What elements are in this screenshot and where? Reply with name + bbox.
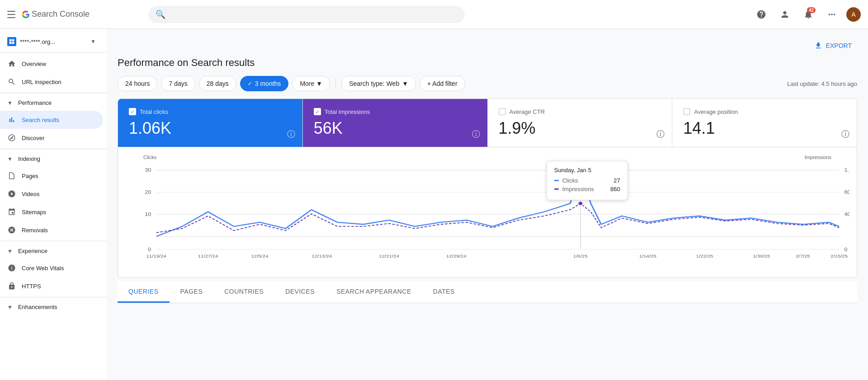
tab-queries[interactable]: QUERIES <box>118 281 170 303</box>
property-dropdown-icon: ▼ <box>90 38 96 45</box>
sidebar-item-overview[interactable]: Overview <box>0 55 103 73</box>
svg-text:1/6/25: 1/6/25 <box>573 254 588 258</box>
svg-text:2/15/25: 2/15/25 <box>830 254 848 258</box>
accounts-button[interactable] <box>776 5 794 23</box>
svg-rect-0 <box>9 39 12 42</box>
sidebar-item-label: Pages <box>22 173 38 179</box>
svg-text:800: 800 <box>844 190 849 195</box>
tab-devices[interactable]: DEVICES <box>274 281 326 303</box>
filter-divider <box>335 78 336 89</box>
filter-24h[interactable]: 24 hours <box>118 76 157 91</box>
search-type-button[interactable]: Search type: Web ▼ <box>341 76 416 91</box>
sidebar-item-discover[interactable]: Discover <box>0 129 103 147</box>
sidebar-item-label: Core Web Vitals <box>22 265 64 272</box>
metric-help-impressions[interactable]: ⓘ <box>472 129 480 140</box>
sidebar-item-label: Discover <box>22 135 45 141</box>
sidebar-section-label: Enhancements <box>18 304 57 310</box>
metric-help-position[interactable]: ⓘ <box>841 129 849 140</box>
add-filter-label: + Add filter <box>427 80 458 87</box>
export-button[interactable]: EXPORT <box>809 38 857 53</box>
sidebar-section-indexing[interactable]: ▼ Indexing <box>0 151 107 167</box>
svg-text:1/22/25: 1/22/25 <box>696 254 713 258</box>
metric-card-impressions[interactable]: ✓ Total impressions 56K ⓘ <box>303 99 488 147</box>
chart-container: Clicks Impressions 30 20 10 0 1.2K 800 4… <box>118 147 857 278</box>
metric-value-ctr: 1.9% <box>499 119 661 138</box>
add-filter-button[interactable]: + Add filter <box>420 76 465 91</box>
metric-checkbox-ctr <box>499 108 506 115</box>
sidebar-section-performance[interactable]: ▼ Performance <box>0 95 107 111</box>
sidebar-item-videos[interactable]: Videos <box>0 185 103 203</box>
property-selector[interactable]: ****-****.org... ▼ <box>0 33 103 51</box>
tab-pages[interactable]: PAGES <box>170 281 214 303</box>
property-name: ****-****.org... <box>20 38 87 45</box>
svg-text:0: 0 <box>844 247 848 252</box>
tab-countries[interactable]: COUNTRIES <box>213 281 274 303</box>
svg-rect-3 <box>12 42 14 44</box>
explore-icon <box>7 133 16 142</box>
sidebar-section-label: Experience <box>18 248 47 254</box>
logo-area: Search Console <box>22 9 90 19</box>
search-bar-icon: 🔍 <box>156 9 165 19</box>
home-icon <box>7 59 16 68</box>
svg-text:12/5/24: 12/5/24 <box>251 254 268 258</box>
metric-card-position[interactable]: Average position 14.1 ⓘ <box>672 99 857 147</box>
sidebar-item-label: URL inspection <box>22 79 61 85</box>
metric-card-ctr[interactable]: Average CTR 1.9% ⓘ <box>488 99 673 147</box>
chart-y-right-title: Impressions <box>805 155 831 160</box>
search-bar[interactable]: 🔍 <box>148 6 465 23</box>
metric-value-impressions: 56K <box>314 119 476 138</box>
article-icon <box>7 171 16 180</box>
sidebar-item-label: Search results <box>22 117 59 123</box>
sidebar-divider-4 <box>0 241 107 241</box>
metric-label-ctr: Average CTR <box>509 108 545 115</box>
bar-chart-icon <box>7 115 16 124</box>
tooltip-date: Sunday, Jan 5 <box>554 167 620 174</box>
notifications-button[interactable]: 42 <box>799 5 817 23</box>
search-type-label: Search type: Web <box>349 80 399 87</box>
metric-card-clicks[interactable]: ✓ Total clicks 1.06K ⓘ <box>118 99 303 147</box>
metric-value-clicks: 1.06K <box>129 119 292 138</box>
metric-header-position: Average position <box>683 108 846 115</box>
sidebar-item-sitemaps[interactable]: Sitemaps <box>0 203 103 221</box>
filter-7d[interactable]: 7 days <box>161 76 195 91</box>
filter-28d[interactable]: 28 days <box>199 76 236 91</box>
tooltip-clicks-row: Clicks 27 <box>554 177 620 184</box>
metric-help-ctr[interactable]: ⓘ <box>656 129 665 140</box>
check-icon: ✓ <box>248 80 252 87</box>
sidebar-section-label: Performance <box>18 99 52 106</box>
sidebar: ****-****.org... ▼ Overview URL inspecti… <box>0 29 107 380</box>
topbar-left: Search Console <box>7 9 143 20</box>
collapse-icon: ▼ <box>7 100 13 106</box>
svg-text:12/29/24: 12/29/24 <box>446 254 467 258</box>
svg-text:400: 400 <box>844 212 849 217</box>
filter-3m[interactable]: ✓ 3 months <box>240 76 289 91</box>
menu-icon[interactable] <box>7 9 18 20</box>
filter-more[interactable]: More ▼ <box>292 76 330 91</box>
apps-button[interactable] <box>823 5 841 23</box>
filter-bar: 24 hours 7 days 28 days ✓ 3 months More … <box>118 76 857 91</box>
sidebar-divider-1 <box>0 52 107 53</box>
metric-help-clicks[interactable]: ⓘ <box>287 129 295 140</box>
sidebar-item-core-web-vitals[interactable]: Core Web Vitals <box>0 259 103 277</box>
search-icon <box>7 77 16 86</box>
sidebar-item-search-results[interactable]: Search results <box>0 111 103 129</box>
svg-point-19 <box>578 202 583 206</box>
search-input[interactable] <box>171 11 458 18</box>
help-button[interactable] <box>752 5 770 23</box>
sidebar-item-pages[interactable]: Pages <box>0 167 103 185</box>
avatar[interactable]: A <box>846 7 861 22</box>
sidebar-item-url-inspection[interactable]: URL inspection <box>0 73 103 91</box>
metric-label-impressions: Total impressions <box>325 108 370 115</box>
sidebar-item-https[interactable]: HTTPS <box>0 277 103 295</box>
metric-header-clicks: ✓ Total clicks <box>129 108 292 115</box>
sidebar-section-experience[interactable]: ▼ Experience <box>0 243 107 259</box>
sidebar-item-removals[interactable]: Removals <box>0 221 103 239</box>
svg-text:1/14/25: 1/14/25 <box>639 254 656 258</box>
svg-text:11/27/24: 11/27/24 <box>198 254 218 258</box>
tooltip-clicks-label: Clicks <box>562 177 610 184</box>
tab-search-appearance[interactable]: SEARCH APPEARANCE <box>326 281 422 303</box>
tooltip-impressions-row: Impressions 860 <box>554 186 620 192</box>
sidebar-section-enhancements[interactable]: ▼ Enhancements <box>0 299 107 315</box>
tab-dates[interactable]: DATES <box>422 281 466 303</box>
speed-icon <box>7 263 16 272</box>
